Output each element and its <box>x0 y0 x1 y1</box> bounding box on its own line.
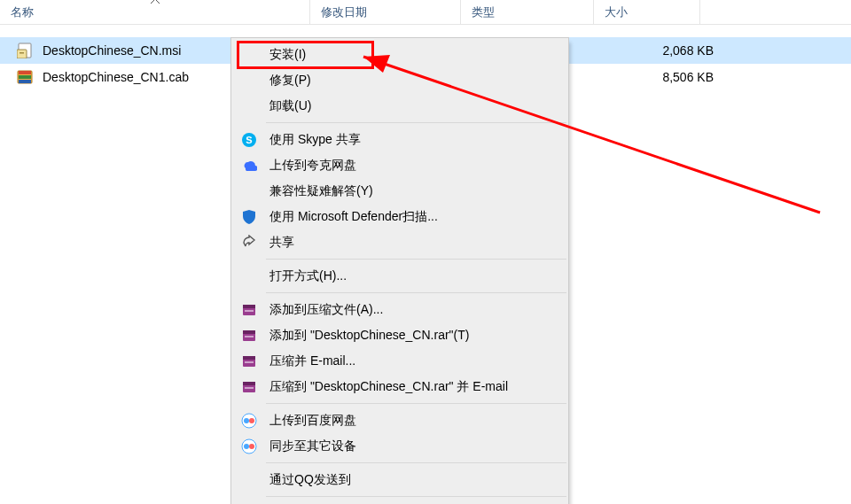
menu-item-label: 使用 Skype 共享 <box>269 132 361 148</box>
archive-cab-icon <box>16 68 34 86</box>
column-header-size-label: 大小 <box>605 4 628 20</box>
menu-item-label: 压缩到 "DesktopChinese_CN.rar" 并 E-mail <box>269 379 508 395</box>
svg-rect-4 <box>19 71 31 74</box>
menu-item-label: 添加到压缩文件(A)... <box>269 302 383 318</box>
menu-item-label: 打开方式(H)... <box>269 268 347 284</box>
svg-rect-10 <box>243 305 255 308</box>
svg-rect-19 <box>243 382 255 385</box>
column-header-date[interactable]: 修改日期 <box>310 0 461 25</box>
file-size: 2,068 KB <box>594 43 722 58</box>
svg-rect-1 <box>17 50 27 58</box>
menu-item-rar-named-email[interactable]: 压缩到 "DesktopChinese_CN.rar" 并 E-mail <box>232 374 567 399</box>
menu-item-label: 共享 <box>269 235 294 251</box>
menu-item-repair[interactable]: 修复(P) <box>232 67 567 93</box>
menu-item-share[interactable]: 共享 <box>232 229 567 255</box>
menu-item-label: 使用 Microsoft Defender扫描... <box>269 209 438 225</box>
column-header-name[interactable]: 名称 <box>0 0 310 25</box>
column-header-type-label: 类型 <box>472 4 495 20</box>
menu-separator <box>266 462 566 463</box>
column-header-row: 名称 修改日期 类型 大小 <box>0 0 851 25</box>
menu-item-baidu-upload[interactable]: 上传到百度网盘 <box>232 407 567 433</box>
svg-point-26 <box>249 444 254 449</box>
winrar-icon <box>240 301 258 319</box>
svg-rect-16 <box>243 356 255 360</box>
menu-item-open-with[interactable]: 打开方式(H)... <box>232 263 567 289</box>
winrar-icon <box>240 327 258 345</box>
menu-item-label: 压缩并 E-mail... <box>269 353 355 369</box>
svg-rect-17 <box>245 361 254 363</box>
menu-item-uninstall[interactable]: 卸载(U) <box>232 93 567 119</box>
menu-item-quark-upload[interactable]: 上传到夸克网盘 <box>232 152 567 178</box>
column-header-type[interactable]: 类型 <box>461 0 594 25</box>
svg-rect-14 <box>245 336 254 337</box>
column-header-name-label: 名称 <box>11 4 34 20</box>
menu-item-label: 安装(I) <box>269 47 306 63</box>
svg-rect-5 <box>19 75 31 79</box>
shield-icon <box>240 208 258 226</box>
menu-item-rar-add-named[interactable]: 添加到 "DesktopChinese_CN.rar"(T) <box>232 322 567 348</box>
menu-item-label: 同步至其它设备 <box>269 438 356 454</box>
menu-item-restore-previous[interactable]: 还原以前的版本(V) <box>232 500 567 504</box>
svg-rect-11 <box>245 310 254 312</box>
menu-item-compat-troubleshoot[interactable]: 兼容性疑难解答(Y) <box>232 178 567 204</box>
skype-icon: S <box>240 131 258 149</box>
menu-item-label: 兼容性疑难解答(Y) <box>269 183 373 199</box>
menu-item-label: 上传到夸克网盘 <box>269 158 356 174</box>
sort-indicator-icon <box>151 0 160 4</box>
svg-point-22 <box>244 418 249 423</box>
menu-item-rar-email[interactable]: 压缩并 E-mail... <box>232 348 567 374</box>
menu-separator <box>266 292 566 293</box>
file-size: 8,506 KB <box>594 70 722 84</box>
menu-separator <box>266 403 566 404</box>
menu-item-label: 通过QQ发送到 <box>269 472 351 488</box>
baidu-netdisk-icon <box>240 412 258 430</box>
menu-separator <box>266 496 566 497</box>
menu-item-qq-send[interactable]: 通过QQ发送到 <box>232 467 567 492</box>
svg-point-25 <box>244 444 249 449</box>
menu-item-skype-share[interactable]: S 使用 Skype 共享 <box>232 127 567 152</box>
menu-item-defender-scan[interactable]: 使用 Microsoft Defender扫描... <box>232 204 567 229</box>
svg-rect-13 <box>243 330 255 334</box>
share-icon <box>240 234 258 252</box>
column-header-date-label: 修改日期 <box>321 4 367 20</box>
winrar-icon <box>240 353 258 370</box>
menu-item-label: 卸载(U) <box>269 98 311 114</box>
context-menu: 安装(I) 修复(P) 卸载(U) S 使用 Skype 共享 上传到夸克网盘 … <box>230 37 569 504</box>
menu-separator <box>266 122 566 123</box>
svg-rect-6 <box>19 80 31 83</box>
quark-cloud-icon <box>240 157 258 174</box>
menu-separator <box>266 259 566 260</box>
column-header-size[interactable]: 大小 <box>594 0 700 25</box>
menu-item-install[interactable]: 安装(I) <box>232 42 567 67</box>
menu-item-rar-add[interactable]: 添加到压缩文件(A)... <box>232 297 567 322</box>
svg-point-23 <box>249 418 254 423</box>
svg-text:S: S <box>246 135 252 145</box>
menu-item-label: 修复(P) <box>269 73 311 89</box>
svg-rect-20 <box>245 387 254 389</box>
msi-installer-icon <box>16 42 34 59</box>
menu-item-baidu-sync[interactable]: 同步至其它设备 <box>232 433 567 459</box>
menu-item-label: 上传到百度网盘 <box>269 413 356 429</box>
baidu-netdisk-icon <box>240 438 258 455</box>
menu-item-label: 添加到 "DesktopChinese_CN.rar"(T) <box>269 328 469 344</box>
svg-rect-2 <box>20 52 24 54</box>
winrar-icon <box>240 378 258 396</box>
